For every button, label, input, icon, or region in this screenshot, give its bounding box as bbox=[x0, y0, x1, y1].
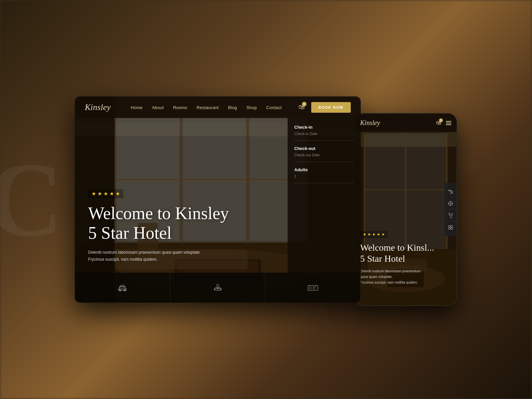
mobile-menu-button[interactable] bbox=[446, 121, 451, 125]
checkout-field: Check-out Check-out Date bbox=[294, 146, 354, 162]
nav-item-restaurant[interactable]: Restaurant bbox=[197, 104, 219, 110]
nav-item-blog[interactable]: Blog bbox=[228, 104, 237, 110]
nav-item-shop[interactable]: Shop bbox=[246, 104, 257, 110]
svg-point-24 bbox=[214, 289, 221, 291]
checkin-value[interactable]: Check-in Date bbox=[294, 132, 354, 136]
checkout-label: Check-out bbox=[294, 146, 354, 151]
mobile-star-3: ★ bbox=[372, 232, 376, 237]
bottom-bar bbox=[75, 273, 361, 303]
mobile-hero-content: ★ ★ ★ ★ ★ Welcome to Kinsl...5 Star Hote… bbox=[360, 231, 451, 285]
scene-container: Kinsley Home About Rooms Restaurant Blog… bbox=[75, 93, 457, 306]
mobile-cart-badge: 0 bbox=[439, 118, 443, 122]
desktop-navbar: Kinsley Home About Rooms Restaurant Blog… bbox=[75, 96, 361, 118]
mobile-nav-right: 🛍 0 bbox=[436, 120, 451, 126]
svg-point-25 bbox=[216, 284, 219, 287]
hero-title: Welcome to Kinsley5 Star Hotel bbox=[88, 203, 229, 243]
star-5: ★ bbox=[115, 191, 120, 197]
star-rating: ★ ★ ★ ★ ★ bbox=[88, 189, 123, 198]
hero-subtitle: Deleniti nostrum laboriosam praesentium … bbox=[88, 249, 229, 263]
svg-rect-28 bbox=[309, 287, 311, 289]
checkin-label: Check-in bbox=[294, 125, 354, 130]
mobile-star-1: ★ bbox=[363, 232, 366, 237]
svg-rect-56 bbox=[449, 228, 450, 229]
bottom-item-amenities[interactable] bbox=[265, 273, 361, 303]
target-icon[interactable] bbox=[445, 198, 457, 209]
book-now-button[interactable]: BOOK NOW bbox=[311, 102, 351, 113]
desktop-logo[interactable]: Kinsley bbox=[85, 102, 111, 112]
eye-slash-icon[interactable] bbox=[445, 186, 457, 198]
svg-rect-54 bbox=[449, 225, 450, 227]
desktop-cart-button[interactable]: 🛍 0 bbox=[299, 104, 305, 111]
star-2: ★ bbox=[97, 191, 102, 197]
mobile-mockup: Kinsley 🛍 0 ★ ★ ★ bbox=[354, 113, 457, 306]
bottom-item-taxi[interactable] bbox=[75, 273, 170, 303]
cart-icon[interactable] bbox=[445, 209, 457, 221]
star-1: ★ bbox=[91, 191, 96, 197]
mobile-star-rating: ★ ★ ★ ★ ★ bbox=[360, 231, 388, 238]
adults-label: Adults bbox=[294, 167, 354, 172]
nav-right-section: 🛍 0 BOOK NOW bbox=[299, 102, 351, 113]
svg-point-52 bbox=[450, 217, 451, 218]
mobile-logo[interactable]: Kinsley bbox=[360, 119, 380, 127]
nav-item-home[interactable]: Home bbox=[131, 104, 143, 110]
mobile-hero-title: Welcome to Kinsl...5 Star Hotel bbox=[360, 242, 451, 264]
mobile-navbar: Kinsley 🛍 0 bbox=[355, 114, 457, 132]
desktop-hero-content: ★ ★ ★ ★ ★ Welcome to Kinsley5 Star Hotel… bbox=[88, 189, 229, 263]
nav-item-rooms[interactable]: Rooms bbox=[173, 104, 187, 110]
svg-point-53 bbox=[452, 217, 453, 218]
tool-panel bbox=[445, 183, 457, 236]
checkin-field: Check-in Check-in Date bbox=[294, 125, 354, 141]
mobile-star-4: ★ bbox=[377, 232, 380, 237]
desktop-mockup: Kinsley Home About Rooms Restaurant Blog… bbox=[75, 96, 361, 303]
grid-icon[interactable] bbox=[445, 221, 457, 233]
bottom-item-concierge[interactable] bbox=[170, 273, 266, 303]
adults-field: Adults 1 bbox=[294, 167, 354, 183]
mobile-cart-button[interactable]: 🛍 0 bbox=[436, 120, 441, 126]
background-decorative-text: C bbox=[0, 138, 60, 261]
desktop-nav-links: Home About Rooms Restaurant Blog Shop Co… bbox=[131, 104, 299, 110]
checkout-value[interactable]: Check-out Date bbox=[294, 153, 354, 157]
mobile-star-5: ★ bbox=[381, 232, 385, 237]
mobile-star-2: ★ bbox=[367, 232, 371, 237]
mobile-hero-subtitle: Deleniti nostrum laboriosam praesentium … bbox=[360, 268, 451, 285]
nav-item-about[interactable]: About bbox=[152, 104, 164, 110]
star-4: ★ bbox=[109, 191, 114, 197]
nav-item-contact[interactable]: Contact bbox=[266, 104, 282, 110]
booking-panel: Check-in Check-in Date Check-out Check-o… bbox=[288, 118, 361, 273]
adults-value[interactable]: 1 bbox=[294, 174, 354, 178]
svg-rect-55 bbox=[451, 225, 453, 227]
star-3: ★ bbox=[103, 191, 108, 197]
svg-rect-57 bbox=[451, 228, 453, 229]
cart-badge: 0 bbox=[302, 102, 307, 106]
svg-point-47 bbox=[450, 203, 451, 204]
